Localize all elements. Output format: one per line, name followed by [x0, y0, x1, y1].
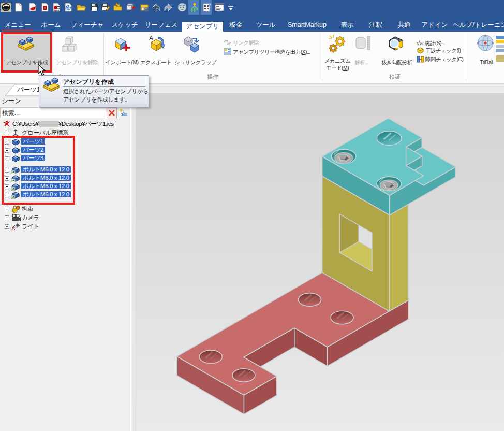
svg-text:A: A [149, 35, 153, 42]
svg-text:I: I [44, 6, 45, 10]
